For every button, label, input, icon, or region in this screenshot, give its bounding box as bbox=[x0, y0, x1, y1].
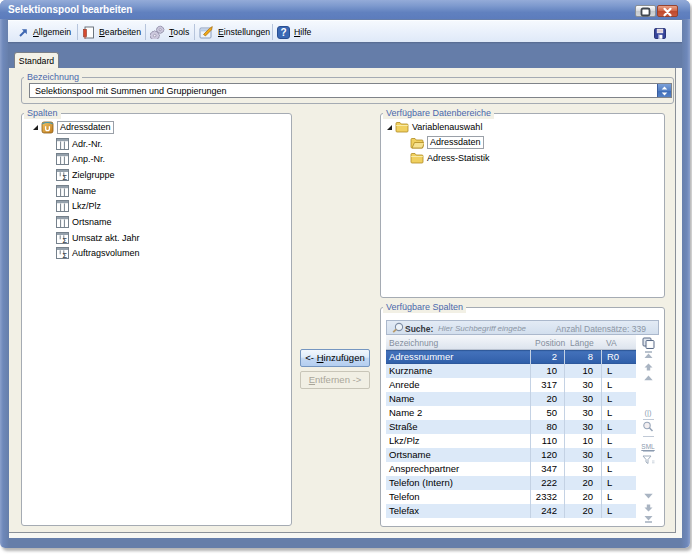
svg-text:Σ: Σ bbox=[63, 235, 68, 243]
svg-text:Σ: Σ bbox=[63, 173, 68, 181]
svg-text:?: ? bbox=[280, 27, 286, 38]
svg-text:Σ: Σ bbox=[63, 251, 68, 259]
